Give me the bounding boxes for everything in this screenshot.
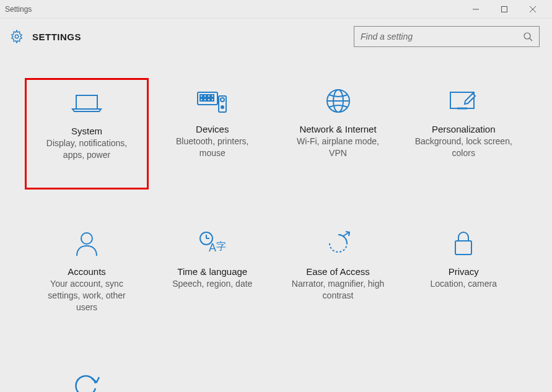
tile-title: Time & language	[177, 266, 247, 277]
svg-rect-12	[200, 98, 203, 101]
maximize-button[interactable]	[490, 0, 519, 19]
svg-rect-1	[502, 6, 507, 12]
tile-desc: Your account, sync settings, work, other…	[37, 278, 136, 313]
svg-line-6	[530, 38, 532, 41]
tile-update-security[interactable]: Update & security	[25, 363, 149, 392]
personalization-icon	[448, 85, 479, 116]
tile-desc: Wi-Fi, airplane mode, VPN	[289, 136, 388, 159]
tile-title: System	[71, 126, 102, 136]
svg-text:A: A	[209, 242, 216, 254]
window-title: Settings	[5, 5, 462, 14]
tile-desc: Display, notifications, apps, power	[37, 137, 136, 161]
svg-rect-11	[211, 95, 214, 97]
tile-network[interactable]: Network & Internet Wi-Fi, airplane mode,…	[276, 78, 400, 189]
tile-ease-of-access[interactable]: Ease of Access Narrator, magnifier, high…	[276, 220, 400, 332]
window-controls	[462, 0, 547, 19]
svg-rect-13	[204, 98, 206, 101]
tile-desc: Speech, region, date	[172, 278, 252, 290]
tile-desc: Location, camera	[431, 278, 497, 290]
privacy-icon	[452, 228, 475, 259]
tile-title: Ease of Access	[306, 266, 370, 277]
tile-title: Network & Internet	[299, 124, 376, 134]
tile-desc: Background, lock screen, colors	[414, 136, 513, 159]
tile-title: Personalization	[432, 124, 496, 134]
tile-devices[interactable]: Devices Bluetooth, printers, mouse	[151, 78, 274, 189]
update-security-icon	[73, 370, 100, 392]
tile-desc: Bluetooth, printers, mouse	[163, 136, 262, 159]
svg-point-5	[524, 33, 530, 39]
svg-rect-14	[208, 98, 210, 101]
network-icon	[325, 85, 352, 116]
minimize-button[interactable]	[462, 0, 490, 19]
tile-time-language[interactable]: A 字 Time & language Speech, region, date	[151, 220, 274, 332]
search-icon	[523, 32, 533, 41]
svg-text:字: 字	[216, 241, 226, 251]
svg-rect-8	[200, 95, 203, 97]
svg-point-24	[81, 233, 92, 244]
svg-rect-9	[204, 95, 206, 97]
header-left: SETTINGS	[10, 30, 81, 43]
system-icon	[71, 87, 102, 118]
accounts-icon	[74, 228, 99, 259]
svg-point-18	[221, 106, 224, 108]
time-language-icon: A 字	[198, 228, 227, 259]
ease-of-access-icon	[325, 228, 352, 259]
search-input[interactable]	[361, 32, 523, 41]
svg-rect-31	[455, 241, 471, 255]
tile-title: Privacy	[449, 266, 479, 277]
svg-rect-15	[211, 98, 214, 101]
header: SETTINGS	[0, 19, 552, 59]
tiles-container: System Display, notifications, apps, pow…	[0, 59, 552, 392]
tile-privacy[interactable]: Privacy Location, camera	[401, 220, 525, 332]
gear-icon	[10, 30, 24, 43]
svg-rect-10	[208, 95, 210, 97]
page-title: SETTINGS	[32, 32, 81, 42]
svg-point-4	[15, 35, 19, 38]
tile-title: Accounts	[68, 266, 106, 277]
tile-system[interactable]: System Display, notifications, apps, pow…	[25, 78, 149, 189]
devices-icon	[196, 85, 229, 116]
tile-desc: Narrator, magnifier, high contrast	[289, 278, 388, 302]
search-box[interactable]	[354, 26, 540, 47]
titlebar: Settings	[0, 0, 552, 19]
close-button[interactable]	[519, 0, 547, 19]
tile-personalization[interactable]: Personalization Background, lock screen,…	[401, 78, 525, 189]
tile-title: Devices	[196, 124, 229, 134]
tile-accounts[interactable]: Accounts Your account, sync settings, wo…	[25, 220, 149, 332]
